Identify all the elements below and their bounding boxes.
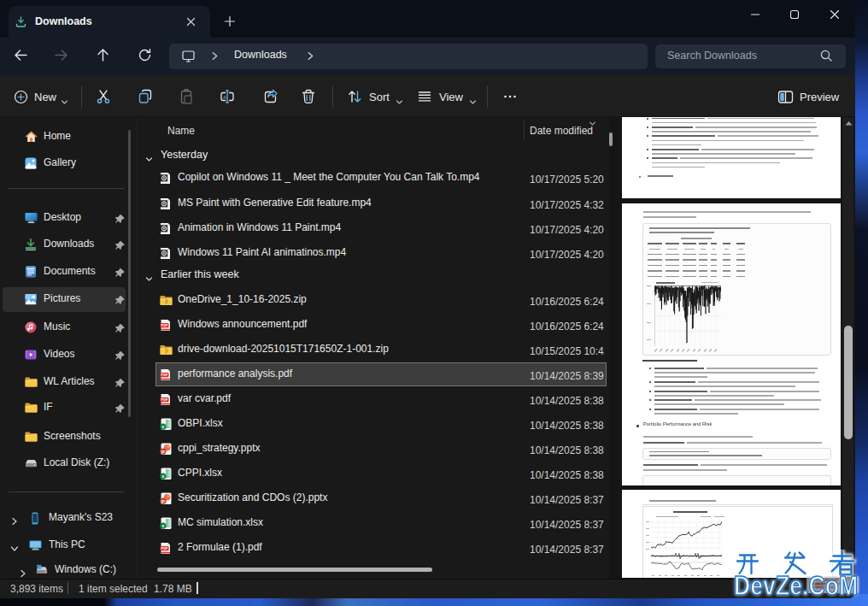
svg-text:PDF: PDF xyxy=(161,373,168,377)
svg-text:P: P xyxy=(161,450,165,455)
svg-text:PDF: PDF xyxy=(161,323,168,327)
svg-text:PDF: PDF xyxy=(161,397,168,402)
svg-text:A: A xyxy=(223,95,226,100)
svg-text:P: P xyxy=(161,499,165,504)
svg-text:PDF: PDF xyxy=(161,546,168,550)
